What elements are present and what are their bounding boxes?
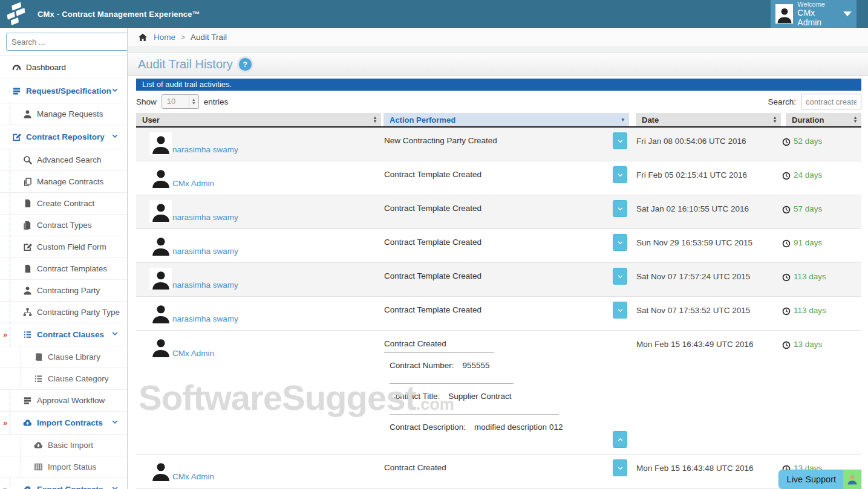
dashboard-icon (12, 63, 21, 72)
sidebar-item-dashboard[interactable]: Dashboard (0, 56, 127, 79)
sidebar-item-request-specification[interactable]: Request/Specification (0, 79, 127, 103)
sidebar-item-manage-requests[interactable]: Manage Requests (0, 103, 127, 125)
sidebar-item-contracting-party-type[interactable]: Contracting Party Type (0, 302, 127, 323)
action-text: Contract Created (384, 339, 494, 353)
chevron-down-icon (111, 418, 119, 427)
support-agent-icon (843, 470, 861, 489)
sidebar-item-manage-contracts[interactable]: Manage Contracts (0, 171, 127, 193)
sidebar-item-label: Approval Workflow (37, 396, 105, 405)
sidebar-item-contract-clauses[interactable]: » Contract Clauses (0, 323, 127, 346)
expanded-marker-icon: » (3, 418, 7, 427)
chevron-down-icon (111, 485, 119, 489)
sidebar-item-contract-templates[interactable]: Contract Templates (0, 258, 127, 280)
sort-desc-icon: ▾ (621, 118, 624, 121)
sidebar-item-basic-import[interactable]: Basic Import (0, 435, 127, 456)
book-icon (34, 352, 43, 361)
sidebar-item-create-contract[interactable]: Create Contract (0, 193, 127, 215)
collapse-row-button[interactable] (613, 431, 627, 448)
expand-row-button[interactable] (613, 268, 627, 285)
column-header-date[interactable]: Date ▴▾ (636, 113, 781, 126)
user-menu[interactable]: Welcome CMx Admin (771, 0, 857, 28)
date-text: Sun Nov 29 16:53:59 UTC 2015 (634, 229, 782, 262)
sidebar-search-input[interactable] (7, 34, 123, 50)
avatar (149, 268, 172, 290)
chevron-down-icon (111, 86, 119, 96)
sidebar-item-custom-field-form[interactable]: Custom Field Form (0, 236, 127, 258)
sidebar-item-contracting-party[interactable]: Contracting Party (0, 280, 127, 302)
sidebar-item-import-status[interactable]: Import Status (0, 456, 127, 478)
avatar (149, 459, 172, 482)
user-link[interactable]: CMx Admin (172, 472, 214, 481)
user-avatar (775, 4, 793, 24)
sidebar-item-import-contracts[interactable]: » Import Contracts (0, 412, 127, 435)
expand-row-button[interactable] (613, 200, 627, 217)
column-header-duration[interactable]: Duration ▴▾ (786, 113, 861, 126)
sidebar-item-label: Contract Repository (26, 132, 105, 141)
duration-text: 52 days (794, 137, 822, 146)
sidebar-item-clause-library[interactable]: Clause Library (0, 346, 127, 368)
column-header-user[interactable]: User ▴▾ (136, 113, 381, 126)
sidebar-item-approval-workflow[interactable]: Approval Workflow (0, 390, 127, 412)
expand-row-button[interactable] (613, 459, 627, 476)
sort-icon: ▴▾ (774, 116, 776, 123)
sidebar-item-label: Import Status (48, 462, 96, 471)
workflow-icon (23, 396, 32, 405)
sidebar-item-advanced-search[interactable]: Advanced Search (0, 149, 127, 171)
clock-icon (782, 341, 791, 349)
clock-icon (782, 273, 791, 282)
avatar (149, 200, 172, 222)
entries-value: 10 (162, 95, 189, 108)
user-link[interactable]: CMx Admin (172, 179, 214, 188)
sidebar-item-label: Import Contracts (37, 418, 103, 427)
chevron-down-icon (111, 132, 119, 141)
expand-row-button[interactable] (613, 132, 627, 149)
copy-icon (23, 177, 32, 186)
user-link[interactable]: narasimha swamy (172, 145, 238, 154)
user-link[interactable]: narasimha swamy (172, 213, 238, 222)
table-search-input[interactable] (801, 94, 861, 109)
sitemap-icon (23, 308, 32, 317)
clock-icon (782, 138, 791, 146)
entries-select[interactable]: 10 ▲▼ (162, 94, 199, 109)
user-link[interactable]: narasimha swamy (172, 247, 238, 256)
duration-text: 113 days (794, 272, 826, 281)
detail-row: Contract Number:955555 (390, 361, 514, 384)
help-icon[interactable]: ? (239, 58, 252, 71)
breadcrumb-separator: > (181, 33, 185, 42)
cloud-upload-icon (34, 441, 43, 450)
table-row: narasimha swamy Contract Template Create… (136, 297, 861, 331)
table-header: User ▴▾ Action Performed ▾ Date ▴▾ Durat… (136, 113, 861, 128)
user-link[interactable]: narasimha swamy (172, 280, 238, 290)
breadcrumb-home-link[interactable]: Home (154, 33, 175, 42)
column-header-action[interactable]: Action Performed ▾ (383, 113, 629, 126)
date-text: Fri Feb 05 02:15:41 UTC 2016 (634, 161, 782, 195)
show-label: Show (136, 97, 157, 106)
expand-row-button[interactable] (613, 302, 627, 319)
date-text: Sat Jan 02 16:10:55 UTC 2016 (634, 195, 782, 228)
sidebar-item-contract-repository[interactable]: Contract Repository (0, 125, 127, 149)
clock-icon (782, 307, 791, 316)
duration-text: 91 days (794, 238, 822, 247)
expand-row-button[interactable] (613, 234, 627, 251)
avatar (149, 335, 172, 358)
expand-row-button[interactable] (613, 166, 627, 183)
sidebar-item-contract-types[interactable]: Contract Types (0, 215, 127, 236)
audit-trail-page: CMx - Contract Management Experience™ We… (0, 0, 868, 489)
sidebar-item-label: Clause Library (48, 352, 100, 361)
search-icon[interactable] (123, 37, 128, 47)
table-row: narasimha swamy Contract Template Create… (136, 263, 861, 297)
sidebar-item-clause-category[interactable]: Clause Category (0, 368, 127, 390)
sidebar: Dashboard Request/Specification Manage R… (0, 28, 128, 489)
live-support-button[interactable]: Live Support (778, 470, 861, 489)
sidebar-item-export-contracts[interactable]: » Export Contracts (0, 478, 127, 489)
caret-down-icon (843, 11, 852, 16)
user-link[interactable]: narasimha swamy (172, 314, 238, 323)
action-text: Contract Template Created (384, 297, 613, 330)
avatar (149, 166, 172, 189)
person-icon (23, 286, 32, 295)
file-icon (23, 199, 32, 208)
breadcrumb: Home > Audit Trail (128, 28, 868, 47)
clock-icon (782, 172, 791, 180)
date-text: Fri Jan 08 00:54:06 UTC 2016 (634, 128, 782, 161)
user-link[interactable]: CMx Admin (172, 349, 214, 358)
